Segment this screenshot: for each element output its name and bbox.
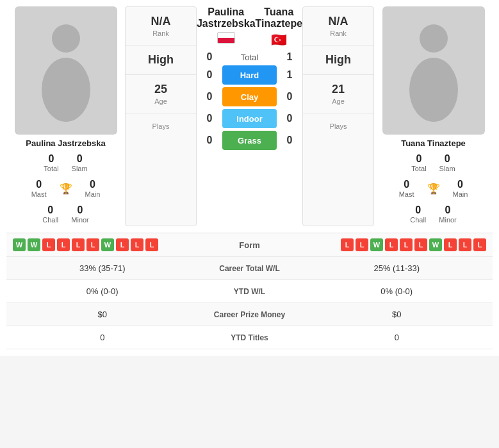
left-chall-stat: 0 Chall bbox=[42, 204, 58, 224]
form-badge-right: L bbox=[385, 238, 398, 251]
right-player-avatar bbox=[382, 6, 485, 135]
form-badge-left: L bbox=[116, 238, 129, 251]
right-stats-row-3: 0 Chall 0 Minor bbox=[374, 202, 493, 226]
left-flag-area bbox=[197, 32, 256, 46]
left-age-item: 25 Age bbox=[126, 75, 196, 113]
right-chall-stat: 0 Chall bbox=[410, 204, 426, 224]
svg-point-1 bbox=[42, 58, 90, 122]
clay-score-row: 0 Clay 0 bbox=[197, 87, 302, 106]
right-flag-area: 🇹🇷 bbox=[256, 32, 303, 47]
right-total-stat: 0 Total bbox=[411, 153, 426, 172]
comp-left-value: 33% (35-71) bbox=[13, 263, 192, 273]
comp-label: YTD W/L bbox=[192, 287, 307, 296]
comp-left-value: 0 bbox=[13, 333, 192, 342]
right-plays-item: Plays bbox=[303, 113, 373, 138]
right-player-card: Tuana Tinaztepe 0 Total 0 Slam 0 Mast bbox=[374, 6, 493, 226]
left-stats-row-2: 0 Mast 🏆 0 Main bbox=[6, 176, 125, 201]
left-total-stat: 0 Total bbox=[44, 153, 58, 172]
form-badge-left: W bbox=[13, 238, 26, 251]
form-badge-left: L bbox=[145, 238, 158, 251]
comp-right-value: 25% (11-33) bbox=[307, 263, 487, 273]
top-section: Paulina Jastrzebska 0 Total 0 Slam 0 Ma bbox=[6, 6, 493, 226]
svg-point-2 bbox=[420, 24, 448, 53]
comp-label: Career Prize Money bbox=[192, 310, 307, 319]
comp-label: YTD Titles bbox=[192, 333, 307, 342]
comp-left-value: $0 bbox=[13, 310, 192, 319]
comp-left-value: 0% (0-0) bbox=[13, 286, 192, 296]
grass-button[interactable]: Grass bbox=[222, 131, 277, 150]
left-main-stat: 0 Main bbox=[85, 179, 101, 198]
comp-right-value: 0% (0-0) bbox=[307, 286, 487, 296]
form-badge-left: L bbox=[72, 238, 85, 251]
clay-button[interactable]: Clay bbox=[222, 87, 277, 106]
form-badge-right: L bbox=[473, 238, 486, 251]
right-minor-stat: 0 Minor bbox=[439, 204, 457, 224]
comp-label: Career Total W/L bbox=[192, 264, 307, 273]
left-name-area: PaulinaJastrzebska bbox=[197, 6, 256, 46]
left-plays-item: Plays bbox=[126, 113, 196, 138]
form-badge-right: W bbox=[429, 238, 442, 251]
form-badge-right: L bbox=[356, 238, 368, 251]
svg-point-3 bbox=[409, 58, 458, 122]
form-badges-right: LLWLLLWLLL bbox=[288, 238, 487, 251]
names-area: PaulinaJastrzebska TuanaTinaztepe 🇹🇷 bbox=[197, 6, 302, 47]
bottom-section: WWLLLLWLLL Form LLWLLLWLLL 33% (35-71)Ca… bbox=[6, 233, 493, 349]
right-detail-card: N/A Rank High 21 Age Plays bbox=[302, 6, 374, 226]
right-name-center: TuanaTinaztepe bbox=[256, 6, 303, 29]
svg-point-0 bbox=[52, 24, 80, 53]
right-high-item: High bbox=[303, 46, 373, 75]
form-badge-left: L bbox=[42, 238, 55, 251]
right-player-stats: 0 Total 0 Slam 0 Mast 🏆 bbox=[374, 151, 493, 226]
right-main-stat: 0 Main bbox=[453, 179, 468, 198]
total-label: Total bbox=[222, 53, 277, 62]
left-trophy: 🏆 bbox=[60, 179, 72, 198]
stat-rows: 33% (35-71)Career Total W/L25% (11-33)0%… bbox=[6, 257, 493, 349]
right-flag: 🇹🇷 bbox=[271, 33, 287, 47]
form-row: WWLLLLWLLL Form LLWLLLWLLL bbox=[6, 233, 493, 257]
right-trophy: 🏆 bbox=[427, 179, 440, 198]
left-slam-stat: 0 Slam bbox=[72, 153, 88, 172]
left-detail-card: N/A Rank High 25 Age Plays bbox=[125, 6, 197, 226]
form-label: Form bbox=[211, 240, 288, 250]
left-stats-row-3: 0 Chall 0 Minor bbox=[6, 202, 125, 226]
indoor-button[interactable]: Indoor bbox=[222, 109, 277, 128]
hard-button[interactable]: Hard bbox=[222, 65, 277, 85]
left-high-item: High bbox=[126, 46, 196, 75]
right-trophy-icon: 🏆 bbox=[427, 183, 440, 195]
left-trophy-icon: 🏆 bbox=[60, 183, 72, 195]
right-stats-row-2: 0 Mast 🏆 0 Main bbox=[374, 176, 493, 201]
indoor-score-row: 0 Indoor 0 bbox=[197, 109, 302, 128]
indoor-score-right: 0 bbox=[277, 113, 302, 124]
grass-score-row: 0 Grass 0 bbox=[197, 131, 302, 150]
form-badge-left: L bbox=[86, 238, 99, 251]
left-flag bbox=[217, 32, 235, 44]
left-minor-stat: 0 Minor bbox=[71, 204, 89, 224]
right-player-name: Tuana Tinaztepe bbox=[401, 138, 466, 148]
main-container: Paulina Jastrzebska 0 Total 0 Slam 0 Ma bbox=[0, 0, 499, 356]
clay-score-left: 0 bbox=[197, 91, 222, 103]
form-badge-right: L bbox=[400, 238, 413, 251]
grass-score-left: 0 bbox=[197, 135, 222, 146]
right-slam-stat: 0 Slam bbox=[439, 153, 455, 172]
left-name-center: PaulinaJastrzebska bbox=[197, 6, 256, 29]
total-score-left: 0 bbox=[197, 51, 222, 63]
left-player-silhouette bbox=[34, 19, 98, 122]
hard-score-row: 0 Hard 1 bbox=[197, 65, 302, 85]
left-player-stats: 0 Total 0 Slam 0 Mast 🏆 bbox=[6, 151, 125, 226]
right-stats-row-1: 0 Total 0 Slam bbox=[374, 151, 493, 175]
right-rank-item: N/A Rank bbox=[303, 7, 373, 46]
right-mast-stat: 0 Mast bbox=[399, 179, 414, 198]
total-score-row: 0 Total 1 bbox=[197, 51, 302, 63]
hard-score-left: 0 bbox=[197, 69, 222, 81]
form-badges-left: WWLLLLWLLL bbox=[13, 238, 211, 251]
comp-right-value: $0 bbox=[307, 310, 487, 319]
stat-comparison-row: 33% (35-71)Career Total W/L25% (11-33) bbox=[6, 257, 493, 280]
total-score-right: 1 bbox=[277, 51, 302, 63]
form-badge-right: L bbox=[459, 238, 471, 251]
form-badge-right: L bbox=[444, 238, 457, 251]
center-column: PaulinaJastrzebska TuanaTinaztepe 🇹🇷 0 T… bbox=[197, 6, 302, 226]
left-stats-row-1: 0 Total 0 Slam bbox=[6, 151, 125, 175]
form-badge-left: L bbox=[57, 238, 70, 251]
left-rank-item: N/A Rank bbox=[126, 7, 196, 46]
stat-comparison-row: $0Career Prize Money$0 bbox=[6, 303, 493, 326]
